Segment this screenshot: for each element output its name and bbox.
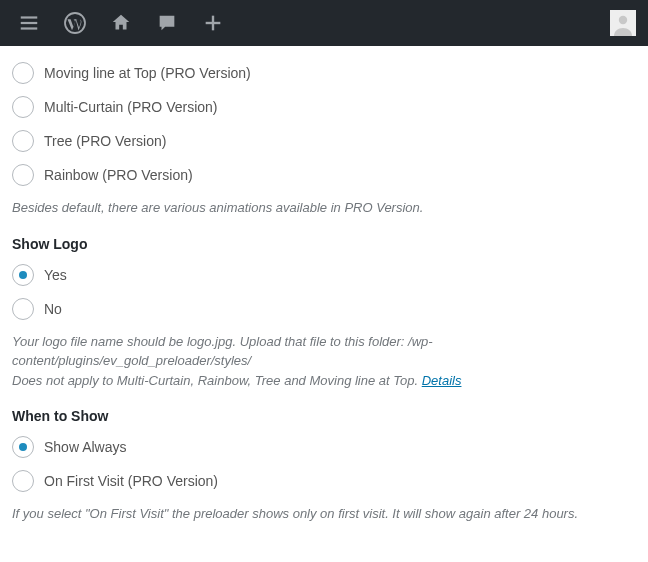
radio-input[interactable] bbox=[12, 264, 34, 286]
description-text: Your logo file name should be logo.jpg. … bbox=[12, 334, 433, 369]
radio-option[interactable]: Show Always bbox=[12, 436, 636, 458]
wordpress-icon[interactable] bbox=[52, 0, 98, 46]
home-icon[interactable] bbox=[98, 0, 144, 46]
radio-option[interactable]: On First Visit (PRO Version) bbox=[12, 470, 636, 492]
section-heading-show-logo: Show Logo bbox=[12, 236, 636, 252]
radio-input[interactable] bbox=[12, 164, 34, 186]
svg-point-7 bbox=[619, 16, 627, 24]
radio-input[interactable] bbox=[12, 62, 34, 84]
radio-input[interactable] bbox=[12, 298, 34, 320]
svg-point-3 bbox=[65, 13, 85, 33]
radio-label: Multi-Curtain (PRO Version) bbox=[44, 99, 218, 115]
radio-input[interactable] bbox=[12, 436, 34, 458]
description-text: Does not apply to Multi-Curtain, Rainbow… bbox=[12, 373, 422, 388]
radio-label: Rainbow (PRO Version) bbox=[44, 167, 193, 183]
radio-option[interactable]: Rainbow (PRO Version) bbox=[12, 164, 636, 186]
admin-toolbar bbox=[0, 0, 648, 46]
radio-label: No bbox=[44, 301, 62, 317]
animation-description: Besides default, there are various anima… bbox=[12, 198, 636, 218]
radio-option[interactable]: Moving line at Top (PRO Version) bbox=[12, 62, 636, 84]
menu-icon[interactable] bbox=[6, 0, 52, 46]
when-to-show-description: If you select "On First Visit" the prelo… bbox=[12, 504, 636, 524]
radio-input[interactable] bbox=[12, 470, 34, 492]
radio-input[interactable] bbox=[12, 96, 34, 118]
radio-option[interactable]: Multi-Curtain (PRO Version) bbox=[12, 96, 636, 118]
comment-icon[interactable] bbox=[144, 0, 190, 46]
add-icon[interactable] bbox=[190, 0, 236, 46]
show-logo-description: Your logo file name should be logo.jpg. … bbox=[12, 332, 636, 391]
avatar[interactable] bbox=[610, 10, 636, 36]
radio-label: Tree (PRO Version) bbox=[44, 133, 166, 149]
radio-option[interactable]: No bbox=[12, 298, 636, 320]
radio-input[interactable] bbox=[12, 130, 34, 152]
radio-label: Moving line at Top (PRO Version) bbox=[44, 65, 251, 81]
radio-label: Show Always bbox=[44, 439, 126, 455]
radio-label: Yes bbox=[44, 267, 67, 283]
radio-option[interactable]: Tree (PRO Version) bbox=[12, 130, 636, 152]
settings-content: Moving line at Top (PRO Version) Multi-C… bbox=[0, 46, 648, 544]
details-link[interactable]: Details bbox=[422, 373, 462, 388]
radio-label: On First Visit (PRO Version) bbox=[44, 473, 218, 489]
section-heading-when-to-show: When to Show bbox=[12, 408, 636, 424]
radio-option[interactable]: Yes bbox=[12, 264, 636, 286]
